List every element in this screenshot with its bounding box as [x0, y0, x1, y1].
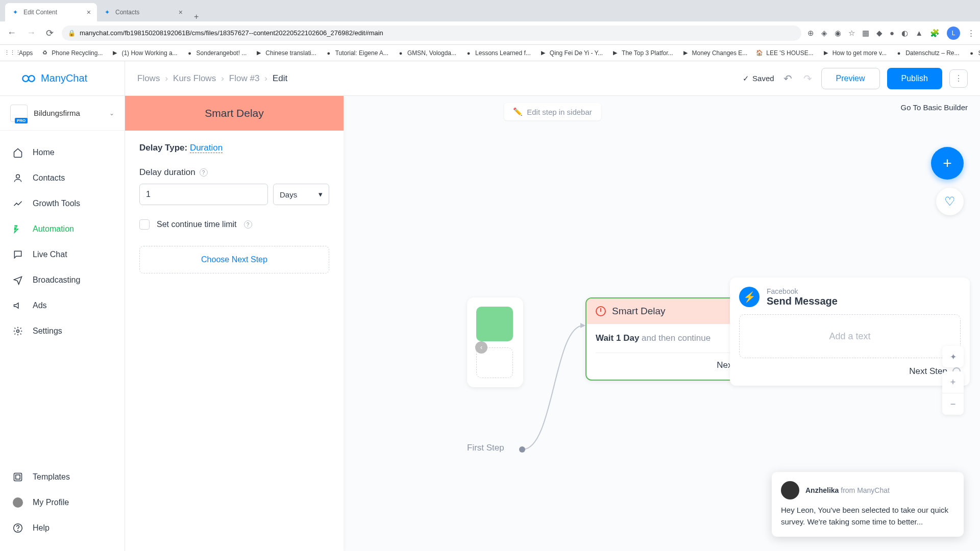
breadcrumb-item[interactable]: Flow #3 [229, 73, 260, 84]
bookmark-item[interactable]: ▶Qing Fei De Yi - Y... [536, 47, 606, 59]
auto-layout-button[interactable]: ✦ [942, 346, 964, 367]
translate-icon[interactable]: ⊕ [807, 29, 814, 38]
zoom-in-button[interactable]: + [942, 371, 964, 393]
workspace-selector[interactable]: PRO Bildungsfirma ⌄ [0, 96, 125, 131]
preview-button[interactable]: Preview [821, 68, 880, 89]
time-limit-checkbox[interactable] [139, 219, 150, 230]
chat-name: Anzhelika [805, 486, 839, 494]
contacts-icon [12, 172, 23, 184]
breadcrumb-item[interactable]: Kurs Flows [173, 73, 216, 84]
bookmark-icon: ▶ [681, 49, 690, 57]
duration-unit-select[interactable]: Days ▾ [273, 184, 329, 205]
ext-icon[interactable]: ▲ [915, 29, 923, 37]
choose-next-step-button[interactable]: Choose Next Step [139, 246, 329, 273]
pencil-icon: ✏️ [513, 107, 523, 116]
extensions-icon[interactable]: 🧩 [930, 29, 940, 38]
help-icon [12, 522, 23, 534]
add-text-button[interactable]: Add a text [739, 314, 961, 358]
new-tab-button[interactable]: + [189, 12, 204, 21]
url-input[interactable]: 🔒 manychat.com/fb198150208192061B/cms/fi… [62, 26, 801, 41]
svg-rect-4 [14, 473, 22, 481]
node-title: Send Message [767, 295, 838, 307]
bookmark-item[interactable]: ▶Chinese translati... [252, 47, 319, 59]
bookmark-label: LEE 'S HOUSE... [766, 49, 813, 57]
reload-icon[interactable]: ⟳ [44, 26, 56, 41]
saved-label: Saved [752, 74, 774, 83]
workspace-avatar: PRO [10, 105, 28, 122]
sidebar-item-home[interactable]: Home [0, 140, 125, 165]
node-start[interactable]: ‹ [467, 297, 523, 387]
sidebar-item-contacts[interactable]: Contacts [0, 165, 125, 191]
bookmark-item[interactable]: ●Lessons Learned f... [461, 47, 534, 59]
bookmark-item[interactable]: ▶(1) How Working a... [108, 47, 180, 59]
breadcrumbs: Flows › Kurs Flows › Flow #3 › Edit [137, 73, 287, 84]
sidebar-item-help[interactable]: Help [0, 515, 125, 541]
ext-icon[interactable]: ▦ [862, 29, 869, 38]
checkbox-label: Set continue time limit [157, 220, 237, 229]
duration-row: Days ▾ [139, 184, 329, 205]
bookmark-item[interactable]: ●Tutorial: Eigene A... [322, 47, 391, 59]
bookmark-item[interactable]: ♻Phone Recycling... [38, 47, 106, 59]
redo-button[interactable]: ↷ [801, 70, 814, 87]
bookmark-item[interactable]: ●Datenschutz – Re... [892, 47, 962, 59]
bookmark-item[interactable]: ▶Money Changes E... [678, 47, 751, 59]
sidebar-item-ads[interactable]: Ads [0, 293, 125, 318]
bookmark-item[interactable]: ●Sonderangebot! ... [183, 47, 250, 59]
bookmark-item[interactable]: ▶How to get more v... [819, 47, 890, 59]
zoom-out-button[interactable]: − [942, 393, 964, 415]
bookmark-item[interactable]: 🏠LEE 'S HOUSE... [752, 47, 816, 59]
bookmark-item[interactable]: ▶The Top 3 Platfor... [608, 47, 676, 59]
logo[interactable]: ManyChat [0, 61, 125, 96]
ext-icon[interactable]: ● [890, 29, 894, 37]
back-icon[interactable]: ← [5, 26, 18, 40]
bookmark-item[interactable]: ⋮⋮⋮Apps [5, 47, 36, 59]
ext-icon[interactable]: ◆ [876, 29, 883, 38]
sidebar-item-live-chat[interactable]: Live Chat [0, 242, 125, 267]
sidebar-item-my-profile[interactable]: My Profile [0, 490, 125, 515]
breadcrumb-item[interactable]: Flows [137, 73, 160, 84]
close-icon[interactable]: × [179, 8, 183, 16]
chat-widget[interactable]: Anzhelika from ManyChat Hey Leon, You've… [772, 472, 964, 537]
sidebar-item-settings[interactable]: Settings [0, 318, 125, 344]
browser-tab[interactable]: ✦ Contacts × [97, 3, 189, 21]
undo-button[interactable]: ↶ [781, 70, 794, 87]
sidebar-item-growth-tools[interactable]: Growth Tools [0, 191, 125, 216]
profile-avatar[interactable]: L [947, 27, 960, 40]
star-icon[interactable]: ☆ [848, 29, 855, 38]
sidebar-item-broadcasting[interactable]: Broadcasting [0, 267, 125, 293]
favorite-button[interactable]: ♡ [936, 188, 964, 215]
browser-tab[interactable]: ✦ Edit Content × [5, 3, 97, 21]
flow-canvas[interactable]: ✏️ Edit step in sidebar Go To Basic Buil… [125, 96, 980, 551]
address-icons: ⊕ ◈ ◉ ☆ ▦ ◆ ● ◐ ▲ 🧩 L ⋮ [807, 27, 975, 40]
port-out[interactable] [519, 446, 525, 453]
forward-icon[interactable]: → [24, 26, 38, 40]
menu-icon[interactable]: ⋮ [967, 29, 975, 38]
bookmark-label: Money Changes E... [692, 49, 748, 57]
basic-builder-link[interactable]: Go To Basic Builder [901, 103, 968, 112]
svg-marker-8 [580, 323, 585, 328]
chevron-left-icon[interactable]: ‹ [475, 341, 487, 354]
ext-icon[interactable]: ◐ [901, 29, 908, 38]
sidebar-item-label: Growth Tools [33, 199, 80, 208]
node-send-message[interactable]: ⚡ Facebook Send Message Add a text Next … [730, 278, 970, 386]
sidebar-item-templates[interactable]: Templates [0, 464, 125, 490]
add-step-fab[interactable]: + [931, 147, 964, 180]
close-icon[interactable]: × [87, 8, 91, 16]
sidebar-item-automation[interactable]: Automation [0, 216, 125, 242]
edit-step-chip[interactable]: ✏️ Edit step in sidebar [504, 103, 601, 120]
help-icon[interactable]: ? [200, 168, 208, 177]
bookmark-item[interactable]: ●Student Wants an... [965, 47, 980, 59]
duration-input[interactable] [139, 184, 268, 205]
clock-icon [596, 306, 606, 316]
share-icon[interactable]: ◈ [821, 29, 827, 38]
publish-button[interactable]: Publish [887, 68, 942, 89]
chat-body: Hey Leon, You've been selected to take o… [781, 505, 954, 528]
saved-indicator: ✓ Saved [743, 74, 774, 83]
more-button[interactable]: ⋮ [949, 69, 968, 88]
help-icon[interactable]: ? [244, 220, 252, 229]
bookmark-item[interactable]: ●GMSN, Vologda... [394, 47, 459, 59]
location-icon[interactable]: ◉ [835, 29, 841, 38]
breadcrumb-item: Edit [273, 73, 287, 84]
delay-type-link[interactable]: Duration [190, 143, 223, 153]
sidebar-item-label: Help [33, 523, 50, 533]
